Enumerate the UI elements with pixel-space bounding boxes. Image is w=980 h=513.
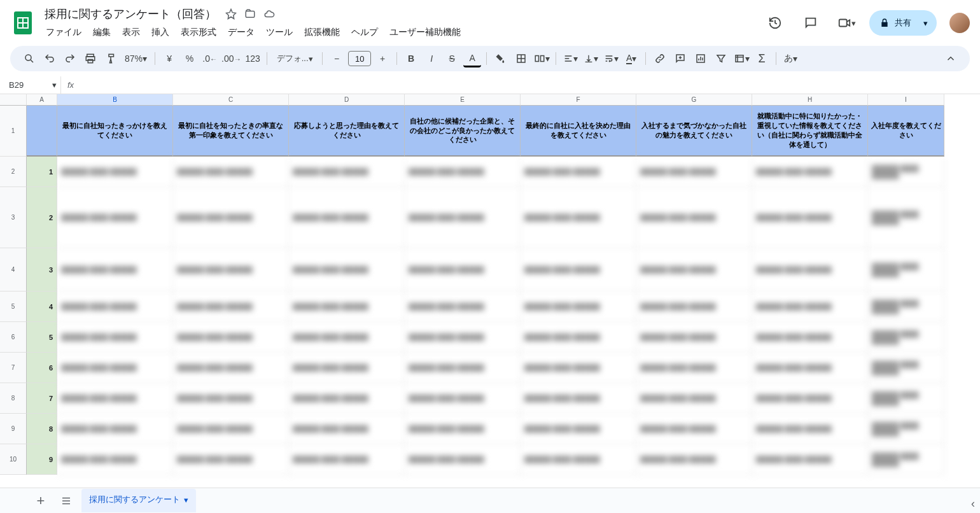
input-tools-icon[interactable]: あ ▾ xyxy=(781,50,799,67)
row-id-cell: 9 xyxy=(27,444,57,475)
menu-ファイル[interactable]: ファイル xyxy=(41,24,87,41)
col-header-H[interactable]: H xyxy=(752,94,868,106)
menu-拡張機能[interactable]: 拡張機能 xyxy=(299,24,345,41)
menu-ユーザー補助機能[interactable]: ユーザー補助機能 xyxy=(384,24,466,41)
decrease-font-icon[interactable]: − xyxy=(328,50,346,67)
row-header-4[interactable]: 4 xyxy=(0,248,27,292)
redo-icon[interactable] xyxy=(61,50,79,67)
row-header-5[interactable]: 5 xyxy=(0,292,27,322)
row-header-8[interactable]: 8 xyxy=(0,383,27,414)
doc-title[interactable]: 採用に関するアンケート（回答） xyxy=(41,5,220,23)
data-cell: ██████ ████ ██████ xyxy=(289,157,405,187)
fill-color-icon[interactable] xyxy=(492,50,510,67)
sheets-app-icon[interactable] xyxy=(10,10,36,36)
data-cell: ██████ ████ ██████ xyxy=(173,383,289,414)
collapse-toolbar-icon[interactable] xyxy=(942,50,960,67)
col-header-A[interactable]: A xyxy=(27,94,57,106)
table-header-G: 入社するまで気づかなかった自社の魅力を教えてください xyxy=(636,106,752,157)
row-header-6[interactable]: 6 xyxy=(0,322,27,353)
bold-icon[interactable]: B xyxy=(402,50,420,67)
col-header-D[interactable]: D xyxy=(289,94,405,106)
user-avatar[interactable] xyxy=(949,13,970,33)
data-cell: ██████ ████ ██████ xyxy=(752,157,868,187)
insert-comment-icon[interactable] xyxy=(671,50,689,67)
italic-icon[interactable]: I xyxy=(423,50,440,67)
data-cell: ██████ ████ ██████ xyxy=(289,292,405,322)
share-caret-icon[interactable]: ▾ xyxy=(916,14,934,32)
menu-ヘルプ[interactable]: ヘルプ xyxy=(346,24,383,41)
name-box[interactable]: B29▾ xyxy=(5,76,61,94)
row-header-2[interactable]: 2 xyxy=(0,157,27,187)
borders-icon[interactable] xyxy=(512,50,530,67)
history-icon[interactable] xyxy=(762,10,788,36)
meet-icon[interactable]: ▾ xyxy=(834,10,859,36)
col-header-G[interactable]: G xyxy=(636,94,752,106)
filter-views-icon[interactable]: ▾ xyxy=(732,50,750,67)
col-header-B[interactable]: B xyxy=(57,94,173,106)
select-all-corner[interactable] xyxy=(0,94,27,106)
insert-chart-icon[interactable] xyxy=(692,50,710,67)
col-header-I[interactable]: I xyxy=(868,94,944,106)
data-cell: ██████ ████ ██████ xyxy=(752,248,868,292)
data-cell: ██████ ████ ██████ xyxy=(173,248,289,292)
share-label: 共有 xyxy=(895,17,911,29)
strikethrough-icon[interactable]: S xyxy=(443,50,461,67)
percent-icon[interactable]: % xyxy=(181,50,199,67)
menu-データ[interactable]: データ xyxy=(223,24,260,41)
menu-ツール[interactable]: ツール xyxy=(261,24,298,41)
font-select[interactable]: デフォ... ▾ xyxy=(272,50,317,67)
sheet-grid[interactable]: ABCDEFGHI1最初に自社知ったきっかけを教えてください最初に自社を知ったと… xyxy=(0,94,980,488)
h-align-icon[interactable]: ▾ xyxy=(561,50,579,67)
paint-format-icon[interactable] xyxy=(102,50,120,67)
col-header-E[interactable]: E xyxy=(405,94,521,106)
text-color-icon[interactable]: A xyxy=(463,50,481,67)
menu-編集[interactable]: 編集 xyxy=(88,24,116,41)
data-cell: ██████ ████ ██████ xyxy=(868,444,944,475)
rotate-icon[interactable]: A▾ xyxy=(622,50,640,67)
move-icon[interactable] xyxy=(244,8,256,20)
row-header-1[interactable]: 1 xyxy=(0,106,27,157)
col-header-C[interactable]: C xyxy=(173,94,289,106)
row-header-10[interactable]: 10 xyxy=(0,444,27,475)
increase-decimal-icon[interactable]: .00→ xyxy=(221,50,241,67)
menu-表示形式[interactable]: 表示形式 xyxy=(176,24,221,41)
data-cell: ██████ ████ ██████ xyxy=(752,353,868,383)
row-header-3[interactable]: 3 xyxy=(0,187,27,248)
link-icon[interactable] xyxy=(651,50,669,67)
font-size-input[interactable]: 10 xyxy=(348,51,371,66)
comments-icon[interactable] xyxy=(798,10,823,36)
col-header-F[interactable]: F xyxy=(521,94,636,106)
menu-表示[interactable]: 表示 xyxy=(117,24,145,41)
functions-icon[interactable]: Σ xyxy=(753,50,771,67)
data-cell: ██████ ████ ██████ xyxy=(752,414,868,444)
currency-icon[interactable]: ¥ xyxy=(160,50,178,67)
cloud-status-icon[interactable] xyxy=(263,8,275,20)
row-header-7[interactable]: 7 xyxy=(0,353,27,383)
zoom-select[interactable]: 87% ▾ xyxy=(122,50,150,67)
decrease-decimal-icon[interactable]: .0← xyxy=(201,50,219,67)
row-header-9[interactable]: 9 xyxy=(0,414,27,444)
share-button[interactable]: 共有 ▾ xyxy=(869,10,937,36)
data-cell: ██████ ████ ██████ xyxy=(752,444,868,475)
merge-cells-icon[interactable]: ▾ xyxy=(533,50,550,67)
table-header-C: 最初に自社を知ったときの率直な第一印象を教えてください xyxy=(173,106,289,157)
table-header-D: 応募しようと思った理由を教えてください xyxy=(289,106,405,157)
data-cell: ██████ ████ ██████ xyxy=(289,414,405,444)
menu-挿入[interactable]: 挿入 xyxy=(146,24,174,41)
more-formats-icon[interactable]: 123 xyxy=(244,50,262,67)
print-icon[interactable] xyxy=(81,50,99,67)
search-icon[interactable] xyxy=(20,50,38,67)
data-cell: ██████ ████ ██████ xyxy=(173,292,289,322)
formula-input[interactable] xyxy=(80,76,980,94)
filter-icon[interactable] xyxy=(712,50,730,67)
table-header-B: 最初に自社知ったきっかけを教えてください xyxy=(57,106,173,157)
fx-icon: fx xyxy=(61,80,80,90)
undo-icon[interactable] xyxy=(41,50,59,67)
data-cell: ██████ ████ ██████ xyxy=(405,444,521,475)
star-icon[interactable] xyxy=(225,8,237,20)
increase-font-icon[interactable]: + xyxy=(374,50,391,67)
data-cell: ██████ ████ ██████ xyxy=(173,187,289,248)
data-cell: ██████ ████ ██████ xyxy=(636,322,752,353)
wrap-icon[interactable]: ▾ xyxy=(602,50,620,67)
v-align-icon[interactable]: ▾ xyxy=(582,50,599,67)
